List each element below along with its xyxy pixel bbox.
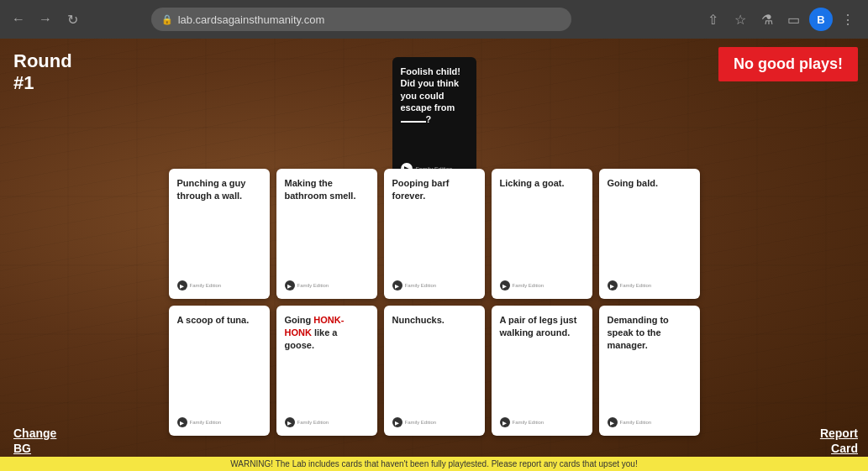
card-logo-5: ▶ xyxy=(608,280,618,290)
white-card-text-3: Pooping barf forever. xyxy=(392,177,476,202)
white-card-footer-3: ▶Family Edition xyxy=(392,280,476,290)
url-text: lab.cardsagainsthumanity.com xyxy=(178,13,325,26)
white-card-footer-2: ▶Family Edition xyxy=(285,280,369,290)
report-card-button[interactable]: Report Card xyxy=(820,426,858,456)
black-card: Foolish child! Did you think you could e… xyxy=(392,57,476,183)
white-card-5[interactable]: Going bald.▶Family Edition xyxy=(599,169,700,299)
white-card-3[interactable]: Pooping barf forever.▶Family Edition xyxy=(384,169,485,299)
card-logo-7: ▶ xyxy=(285,417,295,427)
white-card-text-6: A scoop of tuna. xyxy=(177,314,261,327)
profile-button[interactable]: B xyxy=(809,8,833,31)
card-edition-5: Family Edition xyxy=(620,283,652,288)
warning-banner: WARNING! The Lab includes cards that hav… xyxy=(0,457,868,471)
card-edition-8: Family Edition xyxy=(405,420,437,425)
black-card-text: Foolish child! Did you think you could e… xyxy=(401,65,468,125)
share-button[interactable]: ⇧ xyxy=(702,8,725,31)
browser-actions: ⇧ ☆ ⚗ ▭ B ⋮ xyxy=(702,8,860,31)
white-card-footer-4: ▶Family Edition xyxy=(500,280,584,290)
white-card-text-1: Punching a guy through a wall. xyxy=(177,177,261,202)
card-logo-8: ▶ xyxy=(392,417,402,427)
white-card-text-4: Licking a goat. xyxy=(500,177,584,190)
white-card-footer-9: ▶Family Edition xyxy=(500,417,584,427)
card-edition-1: Family Edition xyxy=(190,283,222,288)
card-logo-4: ▶ xyxy=(500,280,510,290)
white-card-footer-7: ▶Family Edition xyxy=(285,417,369,427)
card-edition-9: Family Edition xyxy=(513,420,544,425)
white-card-text-10: Demanding to speak to the manager. xyxy=(608,314,692,352)
card-logo-6: ▶ xyxy=(177,417,187,427)
white-card-9[interactable]: A pair of legs just walking around.▶Fami… xyxy=(492,306,592,436)
card-edition-10: Family Edition xyxy=(620,420,652,425)
round-label: Round #1 xyxy=(13,50,72,95)
reload-button[interactable]: ↻ xyxy=(62,9,82,29)
white-card-footer-8: ▶Family Edition xyxy=(392,417,476,427)
card-logo-2: ▶ xyxy=(285,280,295,290)
white-card-footer-6: ▶Family Edition xyxy=(177,417,261,427)
back-button[interactable]: ← xyxy=(8,9,29,29)
white-card-footer-5: ▶Family Edition xyxy=(608,280,692,290)
white-card-text-9: A pair of legs just walking around. xyxy=(500,314,584,339)
card-edition-4: Family Edition xyxy=(513,283,544,288)
card-logo-9: ▶ xyxy=(500,417,510,427)
white-card-10[interactable]: Demanding to speak to the manager.▶Famil… xyxy=(599,306,700,436)
white-card-7[interactable]: Going HONK-HONK like a goose.▶Family Edi… xyxy=(276,306,377,436)
white-card-text-2: Making the bathroom smell. xyxy=(285,177,369,202)
white-card-footer-10: ▶Family Edition xyxy=(608,417,692,427)
lock-icon: 🔒 xyxy=(161,14,173,25)
card-edition-7: Family Edition xyxy=(297,420,329,425)
white-card-text-7: Going HONK-HONK like a goose. xyxy=(285,314,369,352)
no-good-plays-button[interactable]: No good plays! xyxy=(718,47,858,81)
change-bg-button[interactable]: Change BG xyxy=(13,426,56,456)
card-edition-3: Family Edition xyxy=(405,283,437,288)
extensions-button[interactable]: ⚗ xyxy=(755,8,779,31)
white-card-text-5: Going bald. xyxy=(608,177,692,190)
cards-grid: Punching a guy through a wall.▶Family Ed… xyxy=(169,169,700,436)
white-card-1[interactable]: Punching a guy through a wall.▶Family Ed… xyxy=(169,169,270,299)
white-card-2[interactable]: Making the bathroom smell.▶Family Editio… xyxy=(276,169,377,299)
card-logo-10: ▶ xyxy=(608,417,618,427)
forward-button[interactable]: → xyxy=(35,9,55,29)
game-area: Round #1 No good plays! Foolish child! D… xyxy=(0,39,868,471)
card-logo-3: ▶ xyxy=(392,280,402,290)
browser-chrome: ← → ↻ 🔒 lab.cardsagainsthumanity.com ⇧ ☆… xyxy=(0,0,868,39)
white-card-footer-1: ▶Family Edition xyxy=(177,280,261,290)
white-card-8[interactable]: Nunchucks.▶Family Edition xyxy=(384,306,485,436)
white-card-text-8: Nunchucks. xyxy=(392,314,476,327)
white-card-6[interactable]: A scoop of tuna.▶Family Edition xyxy=(169,306,270,436)
tab-button[interactable]: ▭ xyxy=(782,8,806,31)
card-logo-1: ▶ xyxy=(177,280,187,290)
address-bar[interactable]: 🔒 lab.cardsagainsthumanity.com xyxy=(151,8,571,31)
card-edition-2: Family Edition xyxy=(297,283,329,288)
white-card-4[interactable]: Licking a goat.▶Family Edition xyxy=(492,169,592,299)
card-edition-6: Family Edition xyxy=(190,420,222,425)
bookmark-button[interactable]: ☆ xyxy=(729,8,752,31)
menu-button[interactable]: ⋮ xyxy=(836,8,860,31)
